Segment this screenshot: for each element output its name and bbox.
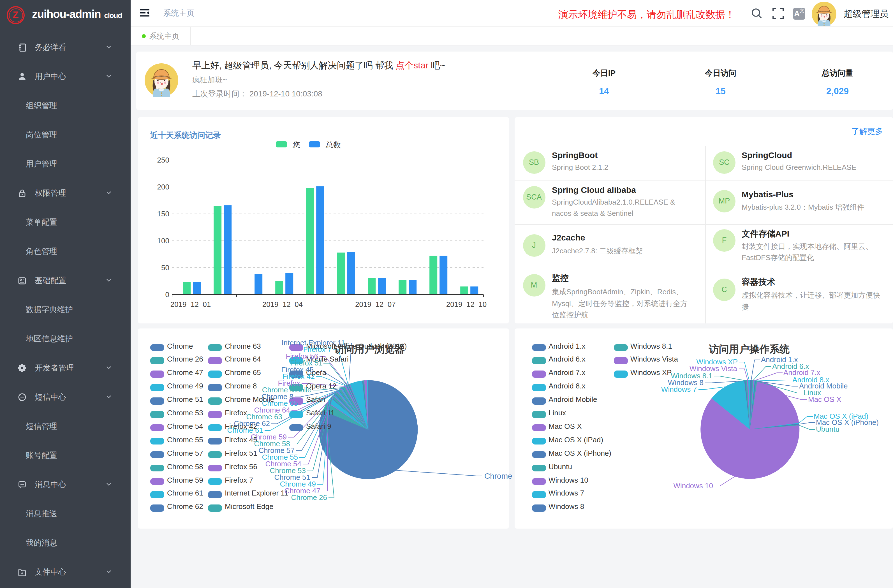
svg-text:200: 200 (157, 182, 169, 191)
svg-text:2019–12–01: 2019–12–01 (170, 300, 211, 308)
svg-text:100: 100 (157, 236, 169, 245)
svg-text:2019–12–04: 2019–12–04 (262, 300, 303, 308)
svg-text:0: 0 (165, 290, 169, 298)
svg-text:150: 150 (157, 209, 169, 218)
svg-text:2019–12–10: 2019–12–10 (446, 300, 487, 308)
svg-text:2019–12–07: 2019–12–07 (355, 300, 396, 308)
svg-text:250: 250 (157, 156, 169, 164)
svg-text:50: 50 (161, 263, 169, 272)
